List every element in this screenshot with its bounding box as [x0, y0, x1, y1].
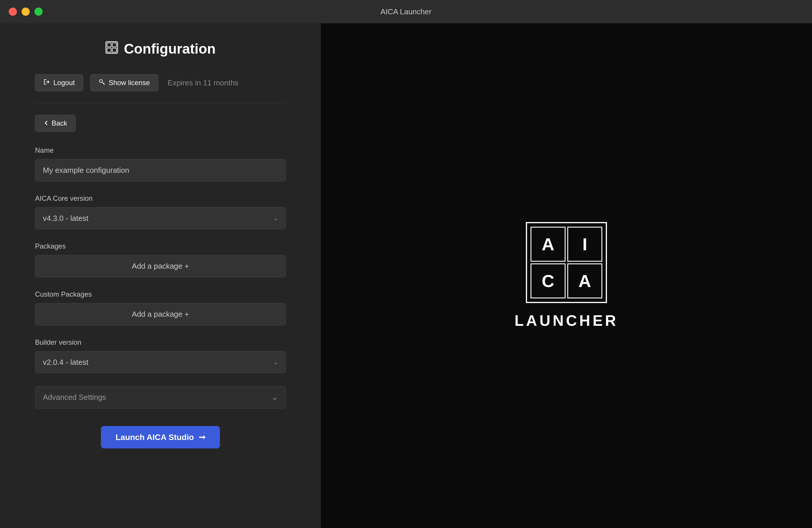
logout-icon: [43, 79, 50, 87]
packages-field-group: Packages Add a package +: [35, 242, 286, 277]
titlebar: AICA Launcher: [0, 0, 812, 23]
aica-logo-container: A I C A LAUNCHER: [514, 222, 618, 329]
custom-packages-label: Custom Packages: [35, 290, 286, 298]
aica-core-select[interactable]: v4.3.0 - latest: [35, 207, 286, 229]
aica-core-field-group: AICA Core version v4.3.0 - latest ⌄: [35, 194, 286, 229]
builder-version-label: Builder version: [35, 338, 286, 346]
advanced-settings-toggle[interactable]: Advanced Settings ⌄: [35, 386, 286, 409]
traffic-lights: [9, 7, 43, 16]
svg-rect-4: [112, 48, 116, 52]
maximize-button[interactable]: [34, 7, 43, 16]
advanced-settings-chevron-icon: ⌄: [272, 393, 278, 402]
logout-button[interactable]: Logout: [35, 74, 83, 91]
launch-button[interactable]: Launch AICA Studio ➞: [101, 426, 220, 449]
svg-rect-3: [107, 48, 111, 52]
aica-logo-grid: A I C A: [526, 222, 607, 303]
logo-cell-a1: A: [531, 227, 566, 262]
custom-packages-field-group: Custom Packages Add a package +: [35, 290, 286, 326]
logo-cell-c: C: [531, 263, 566, 298]
aica-core-label: AICA Core version: [35, 194, 286, 202]
left-panel: Configuration Logout: [0, 23, 321, 528]
logo-cell-a2: A: [567, 263, 602, 298]
svg-rect-0: [106, 42, 118, 53]
add-package-button[interactable]: Add a package +: [35, 255, 286, 277]
add-custom-package-button[interactable]: Add a package +: [35, 303, 286, 326]
launch-arrow-icon: ➞: [199, 433, 205, 442]
builder-version-select-wrapper: v2.0.4 - latest ⌄: [35, 351, 286, 373]
minimize-button[interactable]: [21, 7, 30, 16]
name-input[interactable]: [35, 159, 286, 182]
key-icon: [99, 79, 105, 87]
config-header: Configuration: [35, 41, 286, 57]
back-chevron-icon: [43, 119, 49, 127]
builder-version-select[interactable]: v2.0.4 - latest: [35, 351, 286, 373]
aica-core-select-wrapper: v4.3.0 - latest ⌄: [35, 207, 286, 229]
name-label: Name: [35, 146, 286, 154]
back-row: Back: [35, 115, 286, 132]
packages-label: Packages: [35, 242, 286, 250]
back-button[interactable]: Back: [35, 115, 75, 132]
svg-rect-1: [107, 43, 111, 47]
show-license-button[interactable]: Show license: [90, 74, 158, 91]
divider: [35, 103, 286, 103]
main-content: Configuration Logout: [0, 23, 812, 528]
configuration-icon: [105, 41, 118, 57]
config-title: Configuration: [124, 41, 216, 57]
close-button[interactable]: [9, 7, 17, 16]
right-panel: A I C A LAUNCHER: [321, 23, 812, 528]
builder-version-field-group: Builder version v2.0.4 - latest ⌄: [35, 338, 286, 373]
expires-text: Expires in 11 months: [168, 78, 238, 87]
launcher-text: LAUNCHER: [514, 312, 618, 329]
top-buttons-row: Logout Show license Expires in 11 months: [35, 74, 286, 91]
logo-cell-i: I: [567, 227, 602, 262]
name-field-group: Name: [35, 146, 286, 182]
svg-rect-2: [112, 43, 116, 47]
window-title: AICA Launcher: [381, 7, 432, 16]
launch-btn-row: Launch AICA Studio ➞: [35, 426, 286, 449]
